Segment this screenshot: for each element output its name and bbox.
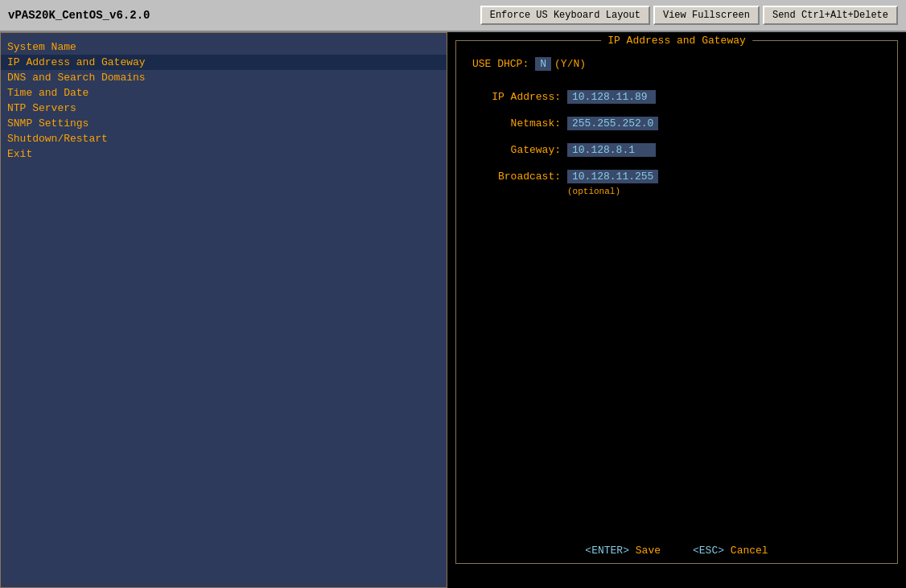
esc-key: <ESC> — [693, 545, 724, 557]
netmask-row: Netmask: 255.255.252.0 — [456, 117, 897, 130]
gateway-label: Gateway: — [472, 144, 561, 156]
dhcp-label: USE DHCP: — [472, 58, 529, 70]
netmask-label: Netmask: — [472, 117, 561, 130]
app-title: vPAS20K_CentOS_v6.2.0 — [8, 9, 150, 22]
menu-item-time-date[interactable]: Time and Date — [1, 85, 447, 101]
menu-item-ip-address-gateway[interactable]: IP Address and Gateway — [1, 55, 447, 70]
enter-key: <ENTER> — [585, 545, 629, 557]
gateway-row: Gateway: 10.128.8.1 — [456, 143, 897, 157]
menu-item-shutdown-restart[interactable]: Shutdown/Restart — [1, 131, 447, 146]
bottom-hints-bar: <ENTER> Save <ESC> Cancel — [456, 545, 897, 557]
esc-cancel-hint: <ESC> Cancel — [693, 545, 768, 557]
ip-gateway-title: IP Address and Gateway — [601, 35, 752, 47]
gateway-value[interactable]: 10.128.8.1 — [567, 143, 656, 157]
dhcp-hint: (Y/N) — [554, 58, 586, 70]
ip-address-row: IP Address: 10.128.11.89 — [456, 90, 897, 104]
send-ctrl-alt-delete-btn[interactable]: Send Ctrl+Alt+Delete — [763, 6, 898, 25]
enter-save-hint: <ENTER> Save — [585, 545, 661, 557]
main-area: System Name IP Address and Gateway DNS a… — [0, 32, 906, 588]
menu-item-snmp-settings[interactable]: SNMP Settings — [1, 116, 447, 131]
broadcast-value[interactable]: 10.128.11.255 — [567, 170, 658, 183]
save-label: Save — [636, 545, 661, 557]
broadcast-hint: (optional) — [551, 187, 897, 196]
netmask-value[interactable]: 255.255.252.0 — [567, 117, 658, 130]
left-panel: System Name IP Address and Gateway DNS a… — [0, 32, 447, 588]
menu-item-system-name[interactable]: System Name — [1, 39, 447, 55]
menu-item-ntp-servers[interactable]: NTP Servers — [1, 101, 447, 116]
right-panel: IP Address and Gateway USE DHCP: N (Y/N)… — [447, 32, 906, 588]
dhcp-row: USE DHCP: N (Y/N) — [456, 57, 897, 71]
dhcp-value[interactable]: N — [535, 57, 551, 71]
ip-gateway-box: IP Address and Gateway USE DHCP: N (Y/N)… — [455, 40, 898, 564]
ip-address-value[interactable]: 10.128.11.89 — [567, 90, 656, 104]
ip-address-label: IP Address: — [472, 91, 561, 103]
topbar-buttons: Enforce US Keyboard Layout View Fullscre… — [480, 6, 898, 25]
menu-item-exit[interactable]: Exit — [1, 146, 447, 162]
menu-item-dns-search-domains[interactable]: DNS and Search Domains — [1, 70, 447, 85]
enforce-keyboard-btn[interactable]: Enforce US Keyboard Layout — [480, 6, 650, 25]
broadcast-row: Broadcast: 10.128.11.255 — [456, 170, 897, 183]
broadcast-label: Broadcast: — [472, 171, 561, 183]
view-fullscreen-btn[interactable]: View Fullscreen — [653, 6, 760, 25]
cancel-label: Cancel — [731, 545, 768, 557]
topbar: vPAS20K_CentOS_v6.2.0 Enforce US Keyboar… — [0, 0, 906, 32]
